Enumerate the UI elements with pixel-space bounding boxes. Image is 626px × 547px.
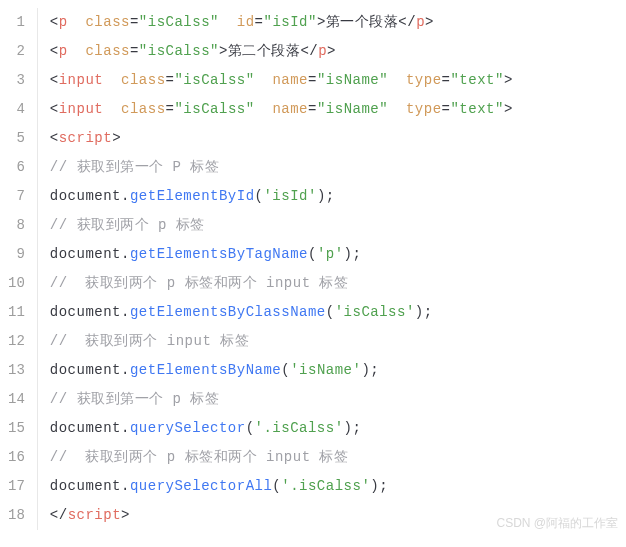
- line-number: 1: [8, 8, 25, 37]
- code-content: <p class="isCalss" id="isId">第一个段落</p> <…: [38, 8, 626, 530]
- code-line: // 获取到两个 input 标签: [50, 327, 626, 356]
- line-number: 6: [8, 153, 25, 182]
- code-line: document.getElementsByClassName('isCalss…: [50, 298, 626, 327]
- code-line: // 获取到两个 p 标签: [50, 211, 626, 240]
- line-number: 2: [8, 37, 25, 66]
- line-number: 14: [8, 385, 25, 414]
- line-number: 16: [8, 443, 25, 472]
- code-line: // 获取到第一个 p 标签: [50, 385, 626, 414]
- line-number: 11: [8, 298, 25, 327]
- line-number: 13: [8, 356, 25, 385]
- line-number: 10: [8, 269, 25, 298]
- code-line: </script>: [50, 501, 626, 530]
- code-line: <input class="isCalss" name="isName" typ…: [50, 95, 626, 124]
- code-line: <p class="isCalss" id="isId">第一个段落</p>: [50, 8, 626, 37]
- code-block: 1 2 3 4 5 6 7 8 9 10 11 12 13 14 15 16 1…: [0, 0, 626, 538]
- code-line: <p class="isCalss">第二个段落</p>: [50, 37, 626, 66]
- line-number: 17: [8, 472, 25, 501]
- code-line: // 获取到两个 p 标签和两个 input 标签: [50, 269, 626, 298]
- code-line: <input class="isCalss" name="isName" typ…: [50, 66, 626, 95]
- code-line: document.querySelector('.isCalss');: [50, 414, 626, 443]
- line-number: 12: [8, 327, 25, 356]
- code-line: // 获取到第一个 P 标签: [50, 153, 626, 182]
- line-number: 3: [8, 66, 25, 95]
- code-line: document.getElementsByName('isName');: [50, 356, 626, 385]
- line-number: 8: [8, 211, 25, 240]
- gutter: 1 2 3 4 5 6 7 8 9 10 11 12 13 14 15 16 1…: [0, 8, 38, 530]
- line-number: 9: [8, 240, 25, 269]
- code-line: document.getElementsByTagName('p');: [50, 240, 626, 269]
- line-number: 7: [8, 182, 25, 211]
- line-number: 15: [8, 414, 25, 443]
- line-number: 18: [8, 501, 25, 530]
- line-number: 4: [8, 95, 25, 124]
- code-line: document.querySelectorAll('.isCalss');: [50, 472, 626, 501]
- code-line: <script>: [50, 124, 626, 153]
- code-line: document.getElementById('isId');: [50, 182, 626, 211]
- line-number: 5: [8, 124, 25, 153]
- code-line: // 获取到两个 p 标签和两个 input 标签: [50, 443, 626, 472]
